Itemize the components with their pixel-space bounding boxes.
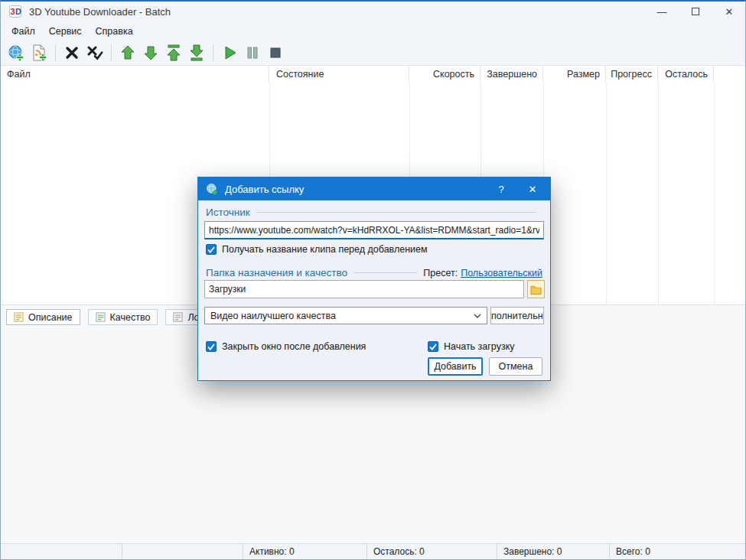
add-button[interactable]: Добавить	[428, 357, 483, 376]
column-divider	[714, 83, 715, 304]
menu-service[interactable]: Сервис	[42, 24, 89, 39]
delete-button[interactable]	[60, 42, 83, 63]
checkbox-checked-icon	[206, 244, 217, 255]
status-total: Всего: 0	[610, 544, 746, 560]
menubar: Файл Сервис Справка	[0, 23, 746, 40]
checkbox-checked-icon	[428, 341, 438, 352]
url-input[interactable]	[204, 221, 544, 239]
move-to-bottom-button[interactable]	[185, 42, 208, 63]
dialog-help-button[interactable]: ?	[487, 177, 515, 200]
stop-download-button[interactable]	[264, 42, 287, 63]
play-icon	[221, 44, 238, 61]
column-divider	[606, 83, 607, 304]
start-download-checkbox[interactable]: Начать загрузку	[428, 341, 515, 352]
cancel-button[interactable]: Отмена	[489, 357, 542, 376]
source-group-label: Источник	[206, 207, 250, 218]
maximize-icon	[692, 8, 699, 15]
group-divider	[353, 272, 417, 273]
delete-completed-button[interactable]	[83, 42, 106, 63]
add-batch-icon	[31, 44, 47, 61]
advanced-button[interactable]: Дополнительные	[490, 307, 544, 324]
description-icon	[14, 312, 24, 322]
fetch-title-checkbox[interactable]: Получать название клипа перед добавление…	[206, 244, 428, 255]
move-down-icon	[142, 44, 159, 61]
move-down-button[interactable]	[139, 42, 162, 63]
column-divider	[658, 83, 659, 304]
group-divider	[256, 212, 536, 213]
status-active: Активно: 0	[243, 544, 367, 560]
destination-group: Папка назначения и качество Пресет: Поль…	[206, 267, 542, 278]
status-remaining: Осталось: 0	[367, 544, 497, 560]
minimize-icon: —	[657, 6, 667, 18]
log-icon	[173, 312, 183, 322]
dialog-titlebar: Добавить ссылку ? ✕	[198, 177, 550, 200]
app-window: 3 D 3D Youtube Downloader - Batch — ✕ Фа…	[0, 0, 746, 560]
app-icon: 3 D	[9, 5, 21, 18]
column-header-size[interactable]: Размер	[543, 66, 606, 83]
menu-help[interactable]: Справка	[89, 24, 140, 39]
window-title: 3D Youtube Downloader - Batch	[29, 6, 171, 18]
svg-text:3: 3	[11, 7, 15, 16]
add-link-dialog: Добавить ссылку ? ✕ Источник Получать на…	[197, 177, 551, 381]
source-group: Источник	[206, 207, 542, 218]
svg-text:D: D	[15, 7, 21, 16]
column-header-empty	[714, 66, 746, 83]
tab-quality[interactable]: Качество	[88, 309, 158, 325]
add-link-icon	[206, 183, 218, 195]
add-url-button[interactable]	[5, 42, 28, 63]
toolbar	[0, 40, 746, 66]
close-after-checkbox[interactable]: Закрыть окно после добавления	[206, 341, 366, 352]
status-segment	[0, 544, 122, 560]
pause-download-button[interactable]	[241, 42, 264, 63]
tab-description[interactable]: Описание	[6, 309, 80, 325]
toolbar-separator	[111, 44, 112, 61]
column-header-file[interactable]: Файл	[0, 66, 269, 83]
quality-select[interactable]: Видео наилучшего качества	[204, 307, 487, 324]
window-controls: — ✕	[645, 0, 746, 23]
column-header-done[interactable]: Завершено	[481, 66, 543, 83]
menu-file[interactable]: Файл	[5, 24, 42, 39]
add-url-icon	[8, 44, 24, 61]
status-completed: Завершено: 0	[497, 544, 610, 560]
checkbox-checked-icon	[206, 341, 217, 352]
status-segment	[122, 544, 243, 560]
statusbar: Активно: 0 Осталось: 0 Завершено: 0 Всег…	[0, 543, 746, 560]
dialog-close-button[interactable]: ✕	[515, 177, 550, 200]
table-header: Файл Состояние Скорость Завершено Размер…	[0, 66, 746, 83]
titlebar: 3 D 3D Youtube Downloader - Batch — ✕	[0, 0, 746, 23]
browse-folder-button[interactable]	[527, 280, 545, 298]
move-to-bottom-icon	[188, 44, 205, 61]
folder-icon	[530, 285, 542, 295]
column-header-state[interactable]: Состояние	[269, 66, 409, 83]
delete-completed-icon	[86, 44, 104, 61]
move-to-top-icon	[165, 44, 182, 61]
minimize-button[interactable]: —	[645, 0, 679, 23]
dialog-title: Добавить ссылку	[225, 184, 487, 195]
preset-label: Пресет:	[423, 268, 458, 278]
move-up-icon	[119, 44, 136, 61]
chevron-down-icon	[474, 314, 481, 318]
pause-icon	[244, 44, 261, 61]
dialog-body: Источник Получать название клипа перед д…	[198, 200, 550, 380]
add-batch-button[interactable]	[28, 42, 50, 63]
delete-icon	[64, 44, 80, 61]
stop-icon	[267, 44, 284, 61]
column-header-progress[interactable]: Прогресс	[606, 66, 658, 83]
folder-input[interactable]	[204, 280, 524, 298]
column-header-remaining[interactable]: Осталось	[658, 66, 714, 83]
destination-group-label: Папка назначения и качество	[206, 267, 347, 278]
preset-link[interactable]: Пользовательский	[461, 268, 542, 278]
close-icon: ✕	[725, 6, 734, 18]
toolbar-separator	[55, 44, 56, 61]
move-up-button[interactable]	[116, 42, 139, 63]
quality-icon	[96, 312, 106, 322]
maximize-button[interactable]	[679, 0, 712, 23]
start-download-button[interactable]	[218, 42, 241, 63]
toolbar-separator	[213, 44, 213, 61]
close-button[interactable]: ✕	[712, 0, 746, 23]
move-to-top-button[interactable]	[162, 42, 185, 63]
column-header-speed[interactable]: Скорость	[409, 66, 481, 83]
